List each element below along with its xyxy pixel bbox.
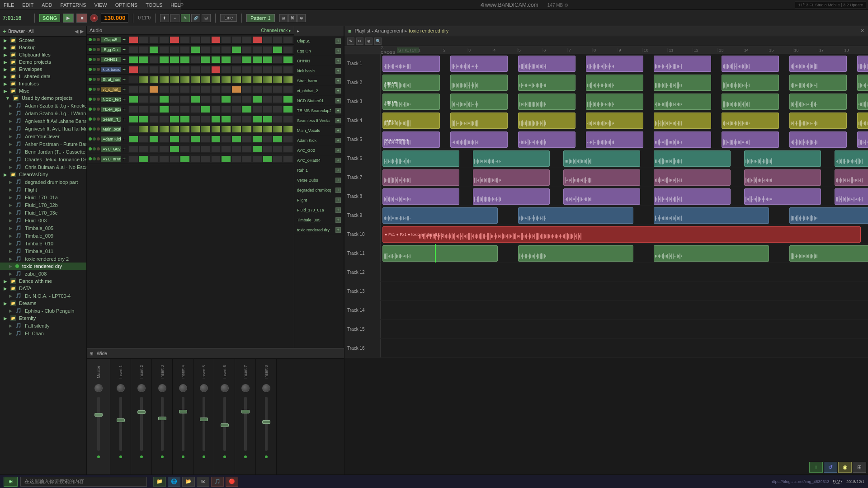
step-7-5[interactable] (180, 106, 190, 113)
step-4-7[interactable] (201, 76, 211, 83)
step-2-5[interactable] (180, 56, 190, 63)
step-12-13[interactable] (263, 155, 273, 163)
step-0-8[interactable] (211, 36, 221, 43)
step-3-7[interactable] (201, 66, 211, 73)
menu-item-view[interactable]: VIEW (93, 2, 109, 8)
step-0-3[interactable] (159, 36, 169, 43)
step-8-7[interactable] (201, 116, 211, 123)
track-0-block-4[interactable] (654, 56, 711, 72)
step-12-7[interactable] (201, 155, 211, 163)
ch-mute-5[interactable] (93, 88, 96, 91)
sidebar-item-21[interactable]: ▶🎵Fluid_170_01a (0, 193, 86, 201)
rack-item-1[interactable]: Egg On + (294, 46, 344, 56)
rack-item-2[interactable]: CHH01 + (294, 56, 344, 66)
step-6-2[interactable] (149, 96, 159, 103)
rack-item-6[interactable]: NCD-Stutter01 + (294, 96, 344, 106)
step-6-3[interactable] (159, 96, 169, 103)
step-9-6[interactable] (190, 126, 200, 133)
rack-add-9[interactable]: + (335, 128, 341, 133)
menu-item-help[interactable]: HELP (169, 2, 185, 8)
menu-item-options[interactable]: OPTIONS (113, 2, 140, 8)
ch-name-12[interactable]: AYC_oHat04 (101, 156, 121, 162)
menu-item-edit[interactable]: EDIT (20, 2, 35, 8)
step-4-2[interactable] (149, 76, 159, 83)
rack-add-13[interactable]: + (335, 168, 341, 173)
step-12-11[interactable] (242, 155, 252, 163)
step-8-8[interactable] (211, 116, 221, 123)
step-8-0[interactable] (128, 116, 138, 123)
track-6-block-2[interactable] (563, 169, 640, 186)
step-0-13[interactable] (263, 36, 273, 43)
ch-solo-8[interactable] (97, 117, 100, 121)
toolbar-icon-1[interactable]: ⬆ (160, 14, 169, 22)
sidebar-item-24[interactable]: ▶🎵Fluid_003 (0, 216, 86, 224)
song-toggle[interactable]: SONG (39, 14, 60, 22)
step-3-3[interactable] (159, 66, 169, 73)
line-mode[interactable]: Line (220, 14, 237, 22)
step-11-1[interactable] (139, 145, 149, 153)
step-2-1[interactable] (139, 56, 149, 63)
track-4-block-5[interactable] (722, 131, 779, 148)
track-2-block-4[interactable] (654, 94, 711, 110)
rack-add-7[interactable]: + (335, 108, 341, 113)
step-8-9[interactable] (221, 116, 231, 123)
step-11-4[interactable] (170, 145, 179, 153)
rack-add-5[interactable]: + (335, 88, 341, 94)
step-12-5[interactable] (180, 155, 190, 163)
mixer-knob-7[interactable] (241, 384, 250, 392)
playlist-icon[interactable]: ≡ (348, 28, 351, 34)
step-8-4[interactable] (170, 116, 179, 123)
track-4-block-2[interactable] (518, 131, 576, 148)
fader-thumb-1[interactable] (117, 418, 125, 422)
ch-name-2[interactable]: CHH01 (101, 57, 121, 62)
toolbar-icon-4[interactable]: 🔗 (191, 14, 200, 22)
step-2-10[interactable] (231, 56, 241, 63)
sidebar-item-12[interactable]: ▶🎵Agnivesh ft. Avi..Hua Hai Mujhe (0, 125, 86, 132)
ch-name-9[interactable]: Main..ocals (101, 127, 121, 132)
sidebar-item-33[interactable]: ▶📁DATA (0, 285, 86, 292)
ch-name-3[interactable]: kick basic (101, 67, 121, 72)
step-4-3[interactable] (159, 76, 169, 83)
track-3-block-7[interactable] (857, 113, 868, 129)
step-10-13[interactable] (263, 136, 273, 143)
step-9-10[interactable] (231, 126, 241, 133)
step-11-10[interactable] (231, 145, 241, 153)
corner-btn-2[interactable]: ↺ (824, 462, 837, 473)
sidebar-item-8[interactable]: ▼📁Used by demo projects (0, 94, 86, 102)
sidebar-item-25[interactable]: ▶🎵Timbale_005 (0, 224, 86, 232)
step-3-6[interactable] (190, 66, 200, 73)
track-5-block-0[interactable] (382, 150, 459, 167)
menu-item-tools[interactable]: TOOLS (144, 2, 164, 8)
rack-add-1[interactable]: + (335, 48, 341, 54)
sidebar-item-27[interactable]: ▶🎵Timbale_010 (0, 239, 86, 247)
track-7-block-5[interactable] (835, 188, 868, 205)
step-7-6[interactable] (190, 106, 200, 113)
menu-item-file[interactable]: FILE (2, 2, 16, 8)
ch-mute-11[interactable] (93, 147, 96, 150)
step-8-1[interactable] (139, 116, 149, 123)
track-5-block-1[interactable] (473, 150, 550, 167)
step-1-7[interactable] (201, 46, 211, 53)
fader-thumb-3[interactable] (158, 417, 166, 420)
ch-solo-9[interactable] (97, 127, 100, 131)
step-10-3[interactable] (159, 136, 169, 143)
track-content-1[interactable]: Egg On (381, 73, 868, 92)
track-content-4[interactable]: NCD-Stutter01 (381, 130, 868, 149)
step-4-15[interactable] (283, 76, 293, 83)
taskbar-app-3[interactable]: 📂 (182, 477, 195, 487)
rack-item-18[interactable]: Timbale_005 + (294, 215, 344, 225)
rack-item-19[interactable]: toxic rendered dry + (294, 225, 344, 235)
sidebar-item-39[interactable]: ▶🎵FL Chan (0, 329, 86, 337)
track-4-block-1[interactable] (450, 131, 508, 148)
rack-item-12[interactable]: AYC_oHat04 + (294, 155, 344, 165)
mixer-knob-0[interactable] (94, 384, 103, 392)
step-9-5[interactable] (180, 126, 190, 133)
track-4-block-3[interactable] (586, 131, 643, 148)
ch-add-3[interactable]: + (123, 66, 126, 73)
track-10-block-0[interactable] (382, 245, 498, 262)
step-6-8[interactable] (211, 96, 221, 103)
step-12-9[interactable] (221, 155, 231, 163)
step-9-12[interactable] (252, 126, 262, 133)
step-2-7[interactable] (201, 56, 211, 63)
track-6-block-1[interactable] (473, 169, 550, 186)
